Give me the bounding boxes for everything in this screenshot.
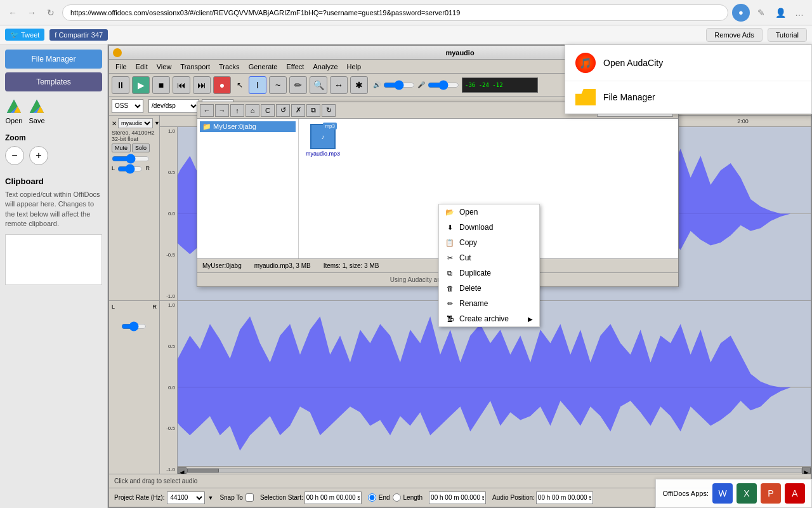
- project-rate-select[interactable]: 44100: [167, 491, 205, 504]
- select-tool[interactable]: I: [249, 76, 266, 94]
- menu-view[interactable]: View: [153, 62, 176, 72]
- fm-tree-item-myuser[interactable]: 📁 MyUser:0jabg: [200, 121, 296, 132]
- ctx-cut-label: Cut: [459, 253, 471, 262]
- app-pdf-button[interactable]: A: [785, 483, 805, 504]
- pan-slider-1[interactable]: [117, 165, 143, 173]
- popup-fm-label: File Manager: [603, 92, 655, 102]
- menu-transport[interactable]: Transport: [176, 62, 214, 72]
- record-button[interactable]: ●: [213, 76, 231, 94]
- mic-icon: 🎤: [417, 81, 425, 88]
- mute-button-1[interactable]: Mute: [112, 144, 131, 152]
- fm-back-btn[interactable]: ←: [200, 104, 214, 117]
- app-doc-button[interactable]: W: [712, 483, 733, 504]
- drive-section: Open Save: [5, 98, 102, 124]
- ctx-rename[interactable]: ✏ Rename: [439, 296, 539, 311]
- audio-device-select[interactable]: /dev/dsp: [148, 99, 199, 113]
- fm-file-myaudio[interactable]: ♪ mp3 myaudio.mp3: [304, 124, 342, 157]
- pan-slider-2[interactable]: [121, 323, 147, 330]
- length-radio[interactable]: [393, 493, 401, 502]
- clipboard-textarea[interactable]: [5, 234, 102, 285]
- left-sidebar: File Manager Templates Open Save: [0, 44, 108, 508]
- gain-slider-1[interactable]: [112, 155, 150, 163]
- menu-file[interactable]: File: [112, 62, 131, 72]
- ctx-create-archive[interactable]: 🗜 Create archive ▶: [439, 311, 539, 326]
- playback-volume-slider[interactable]: [383, 81, 415, 90]
- menu-tracks[interactable]: Tracks: [215, 62, 244, 72]
- solo-button-1[interactable]: Solo: [132, 144, 150, 152]
- prev-button[interactable]: ⏮: [173, 76, 190, 94]
- record-volume-slider[interactable]: [428, 81, 459, 90]
- envelope-tool[interactable]: ~: [269, 76, 287, 94]
- templates-button[interactable]: Templates: [5, 72, 102, 91]
- fm-statusbar: MyUser:0jabg myaudio.mp3, 3 MB Items: 1,…: [197, 258, 678, 272]
- fm-forward-btn[interactable]: →: [215, 104, 229, 117]
- fm-paste-btn[interactable]: ⧉: [306, 104, 320, 117]
- fm-refresh-btn[interactable]: ↺: [276, 104, 290, 117]
- play-button[interactable]: ▶: [132, 76, 150, 94]
- fm-copy-btn[interactable]: C: [261, 104, 275, 117]
- zoom-in-button[interactable]: +: [29, 146, 48, 165]
- timeshift-tool[interactable]: ↔: [330, 76, 348, 94]
- share-button[interactable]: f Compartir 347: [49, 29, 108, 41]
- menu-edit[interactable]: Edit: [132, 62, 152, 72]
- pan-right-2: R: [152, 304, 157, 330]
- google-drive-open[interactable]: Open: [5, 98, 23, 124]
- snap-to-checkbox[interactable]: [246, 493, 254, 502]
- scrollbar-thumb[interactable]: [187, 469, 219, 472]
- popup-file-manager[interactable]: File Manager: [565, 81, 811, 114]
- volume-icon: 🔊: [373, 81, 381, 88]
- menu-analyze[interactable]: Analyze: [309, 62, 341, 72]
- selection-start-input[interactable]: [304, 491, 362, 504]
- multi-tool[interactable]: ✱: [350, 76, 368, 94]
- app-ppt-button[interactable]: P: [761, 483, 781, 504]
- more-button[interactable]: …: [792, 5, 807, 20]
- remove-ads-button[interactable]: Remove Ads: [706, 28, 762, 42]
- zoom-tool[interactable]: 🔍: [310, 76, 327, 94]
- selection-start-label: Selection Start:: [260, 494, 303, 501]
- scrollbar-track[interactable]: [187, 468, 802, 473]
- menu-effect[interactable]: Effect: [283, 62, 308, 72]
- ctx-copy[interactable]: 📋 Copy: [439, 235, 539, 250]
- selection-end-input[interactable]: [429, 491, 486, 504]
- ctx-open[interactable]: 📂 Open: [439, 204, 539, 220]
- google-drive-save[interactable]: Save: [28, 98, 46, 124]
- fm-home-btn[interactable]: ⌂: [246, 104, 259, 117]
- ctx-download[interactable]: ⬇ Download: [439, 220, 539, 235]
- audio-driver-select[interactable]: OSS: [112, 99, 143, 113]
- menu-generate[interactable]: Generate: [245, 62, 282, 72]
- scroll-left-btn[interactable]: ◄: [178, 467, 187, 474]
- h-scrollbar[interactable]: ◄ ►: [178, 466, 811, 474]
- extensions-button[interactable]: ✎: [754, 5, 769, 20]
- refresh-button[interactable]: ↻: [43, 5, 58, 20]
- rate-dropdown-icon[interactable]: ▼: [207, 495, 213, 501]
- ctx-duplicate[interactable]: ⧉ Duplicate: [439, 265, 539, 281]
- scroll-right-btn[interactable]: ►: [802, 467, 811, 474]
- forward-button[interactable]: →: [24, 5, 39, 20]
- tweet-button[interactable]: 🐦 Tweet: [5, 29, 44, 41]
- open-icon: 📂: [445, 208, 454, 217]
- next-button[interactable]: ⏭: [193, 76, 211, 94]
- ctx-cut[interactable]: ✂ Cut: [439, 250, 539, 265]
- fm-redo-btn[interactable]: ↻: [322, 104, 336, 117]
- back-button[interactable]: ←: [5, 5, 20, 20]
- audio-position-input[interactable]: [536, 491, 593, 504]
- file-manager-button[interactable]: File Manager: [5, 50, 102, 69]
- fm-content: 📁 MyUser:0jabg ♪ mp3 myaudio.mp3: [197, 119, 678, 258]
- end-radio[interactable]: [368, 493, 376, 502]
- top-action-bar: 🐦 Tweet f Compartir 347 Remove Ads Tutor…: [0, 25, 812, 44]
- zoom-out-button[interactable]: −: [5, 146, 24, 165]
- profile-button[interactable]: 👤: [773, 5, 788, 20]
- app-xls-button[interactable]: X: [737, 483, 757, 504]
- track-name-select[interactable]: myaudio: [118, 118, 153, 128]
- menu-help[interactable]: Help: [343, 62, 365, 72]
- address-bar[interactable]: [62, 4, 728, 21]
- tutorial-button[interactable]: Tutorial: [768, 28, 807, 42]
- popup-open-audacity[interactable]: 🎵 Open AudaCity: [565, 45, 811, 81]
- fm-cut-btn[interactable]: ✗: [291, 104, 305, 117]
- track-details-1a: Stereo, 44100Hz: [112, 130, 157, 136]
- ctx-delete[interactable]: 🗑 Delete: [439, 281, 539, 296]
- fm-up-btn[interactable]: ↑: [230, 104, 244, 117]
- stop-button[interactable]: ■: [152, 76, 170, 94]
- pause-button[interactable]: ⏸: [112, 76, 129, 94]
- draw-tool[interactable]: ✏: [289, 76, 307, 94]
